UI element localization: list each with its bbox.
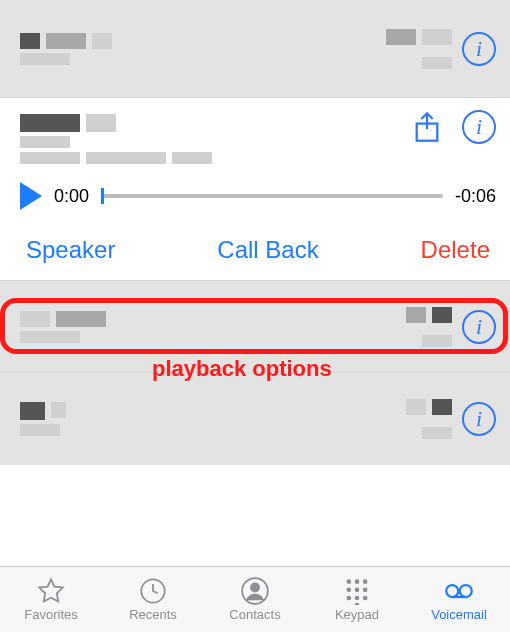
svg-point-3 xyxy=(251,583,259,591)
playback-options: Speaker Call Back Delete xyxy=(14,220,502,280)
svg-point-6 xyxy=(363,579,368,584)
tab-label: Favorites xyxy=(24,607,77,622)
tab-voicemail[interactable]: Voicemail xyxy=(408,567,510,632)
svg-point-13 xyxy=(355,603,360,605)
tab-label: Recents xyxy=(129,607,177,622)
remaining-time: -0:06 xyxy=(455,186,496,207)
delete-button[interactable]: Delete xyxy=(415,234,496,266)
svg-point-15 xyxy=(460,585,472,597)
playback-bar: 0:00 -0:06 xyxy=(20,168,496,220)
scrubber[interactable] xyxy=(101,194,443,198)
info-icon[interactable]: i xyxy=(462,32,496,66)
svg-point-5 xyxy=(355,579,360,584)
tab-keypad[interactable]: Keypad xyxy=(306,567,408,632)
tab-bar: Favorites Recents Contacts Keypad xyxy=(0,566,510,632)
voicemail-row-expanded: i 0:00 -0:06 Speaker Call Back Delete xyxy=(0,98,510,281)
svg-point-8 xyxy=(355,588,360,593)
info-icon[interactable]: i xyxy=(462,402,496,436)
svg-point-10 xyxy=(347,596,352,601)
tab-label: Voicemail xyxy=(431,607,487,622)
speaker-button[interactable]: Speaker xyxy=(20,234,121,266)
current-time: 0:00 xyxy=(54,186,89,207)
tab-contacts[interactable]: Contacts xyxy=(204,567,306,632)
svg-point-11 xyxy=(355,596,360,601)
info-icon[interactable]: i xyxy=(462,310,496,344)
share-icon[interactable] xyxy=(410,110,444,144)
svg-point-14 xyxy=(446,585,458,597)
play-icon[interactable] xyxy=(20,182,42,210)
voicemail-list: i i xyxy=(0,0,510,566)
info-icon[interactable]: i xyxy=(462,110,496,144)
tab-recents[interactable]: Recents xyxy=(102,567,204,632)
svg-point-9 xyxy=(363,588,368,593)
tab-label: Keypad xyxy=(335,607,379,622)
tab-label: Contacts xyxy=(229,607,280,622)
svg-point-7 xyxy=(347,588,352,593)
tab-favorites[interactable]: Favorites xyxy=(0,567,102,632)
voicemail-row[interactable]: i xyxy=(0,281,510,373)
voicemail-screen: i i xyxy=(0,0,510,632)
svg-point-12 xyxy=(363,596,368,601)
callback-button[interactable]: Call Back xyxy=(211,234,324,266)
voicemail-row[interactable]: i xyxy=(0,373,510,465)
svg-point-4 xyxy=(347,579,352,584)
voicemail-row[interactable]: i xyxy=(0,0,510,98)
